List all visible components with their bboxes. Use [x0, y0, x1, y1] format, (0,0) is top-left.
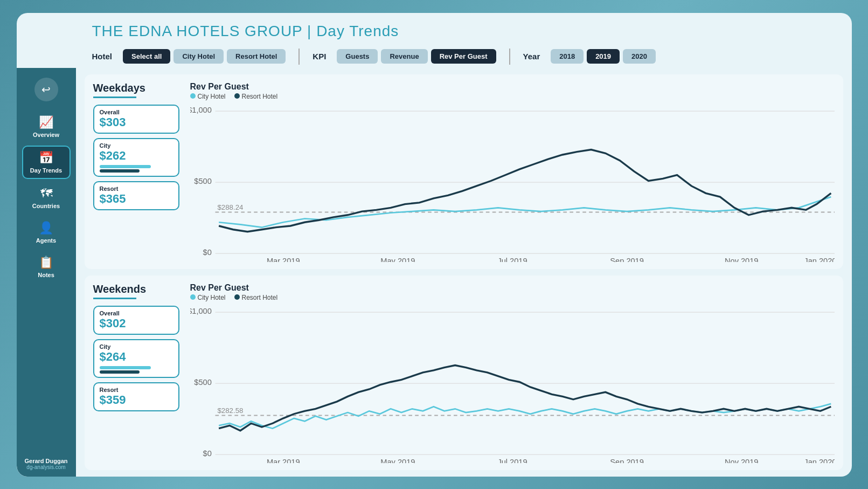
weekends-chart-title: Rev Per Guest [190, 283, 835, 293]
weekdays-title: Weekdays [93, 82, 179, 94]
weekends-overall-card: Overall $302 [93, 306, 179, 335]
sidebar-label-day-trends: Day Trends [30, 167, 62, 174]
svg-text:$1,000: $1,000 [190, 306, 212, 315]
weekdays-legend: City Hotel Resort Hotel [190, 93, 835, 100]
sidebar-label-countries: Countries [32, 203, 60, 209]
svg-text:May 2019: May 2019 [380, 256, 415, 261]
weekends-svg: $1,000 $500 $0 $282.58 [190, 304, 835, 463]
outer-container: THE EDNA HOTELS GROUP | Day Trends Hotel… [0, 0, 868, 489]
sidebar-label-notes: Notes [38, 272, 54, 278]
svg-text:Jan 2020: Jan 2020 [804, 457, 835, 463]
sidebar-footer: Gerard Duggan dg-analysis.com [24, 458, 67, 470]
svg-text:$282.58: $282.58 [217, 407, 243, 415]
weekends-title: Weekends [93, 283, 179, 295]
weekends-panel: Weekends Overall $302 City $264 [85, 276, 843, 470]
svg-text:Sep 2019: Sep 2019 [610, 256, 644, 261]
weekends-legend: City Hotel Resort Hotel [190, 294, 835, 301]
weekends-resort-value: $359 [100, 393, 173, 407]
day-trends-icon: 📅 [39, 151, 53, 165]
weekdays-city-label: City [100, 142, 173, 149]
agents-icon: 👤 [39, 221, 53, 235]
kpi-filter-label: KPI [313, 52, 326, 61]
overview-icon: 📈 [39, 115, 53, 129]
year-2018-button[interactable]: 2018 [551, 49, 584, 64]
weekends-city-bar2 [100, 370, 140, 374]
kpi-rev-per-guest-button[interactable]: Rev Per Guest [431, 49, 496, 64]
weekdays-resort-card: Resort $365 [93, 181, 179, 210]
weekdays-overall-value: $303 [100, 115, 173, 129]
sidebar-item-day-trends[interactable]: 📅 Day Trends [22, 146, 71, 179]
weekends-city-label: City [100, 343, 173, 350]
svg-text:Nov 2019: Nov 2019 [724, 256, 758, 261]
svg-text:$1,000: $1,000 [190, 105, 212, 114]
sidebar-label-overview: Overview [33, 132, 59, 138]
notes-icon: 📋 [39, 256, 53, 270]
sidebar-item-notes[interactable]: 📋 Notes [22, 251, 71, 283]
kpi-guests-button[interactable]: Guests [337, 49, 378, 64]
weekdays-city-bar [100, 165, 151, 168]
page-title: THE EDNA HOTELS GROUP | Day Trends [17, 13, 852, 45]
weekends-city-dot [190, 294, 196, 300]
weekdays-city-card: City $262 [93, 138, 179, 177]
weekends-resort-dot [234, 294, 240, 300]
filter-bar: Hotel Select all City Hotel Resort Hotel… [17, 45, 852, 68]
sidebar: ↩ 📈 Overview 📅 Day Trends 🗺 Countries 👤 [17, 68, 76, 477]
weekdays-overall-label: Overall [100, 109, 173, 115]
weekdays-resort-value: $365 [100, 192, 173, 206]
svg-text:$500: $500 [194, 377, 211, 386]
back-icon: ↩ [41, 83, 51, 96]
hotel-city-button[interactable]: City Hotel [173, 49, 224, 64]
hotel-resort-button[interactable]: Resort Hotel [227, 49, 286, 64]
svg-text:Nov 2019: Nov 2019 [724, 457, 758, 463]
weekdays-city-dot [190, 93, 196, 99]
year-2020-button[interactable]: 2020 [623, 49, 656, 64]
weekdays-panel: Weekdays Overall $303 City $262 [85, 74, 843, 269]
svg-text:Mar 2019: Mar 2019 [266, 256, 300, 261]
weekdays-right: Rev Per Guest City Hotel Resort Hotel $1… [179, 82, 835, 261]
svg-text:Mar 2019: Mar 2019 [266, 457, 300, 463]
weekdays-chart-container: $1,000 $500 $0 $288.24 [190, 102, 835, 262]
year-2019-button[interactable]: 2019 [587, 49, 620, 64]
weekdays-overall-card: Overall $303 [93, 105, 179, 134]
weekdays-resort-dot [234, 93, 240, 99]
weekdays-resort-label: Resort [100, 185, 173, 192]
svg-text:Jul 2019: Jul 2019 [497, 457, 527, 463]
svg-text:$0: $0 [203, 247, 211, 256]
title-light: | Day Trends [302, 23, 399, 39]
footer-url: dg-analysis.com [24, 464, 67, 470]
sidebar-item-countries[interactable]: 🗺 Countries [22, 182, 71, 213]
sidebar-item-overview[interactable]: 📈 Overview [22, 111, 71, 142]
weekdays-city-value: $262 [100, 149, 173, 163]
weekdays-city-bar2 [100, 169, 140, 173]
weekends-resort-card: Resort $359 [93, 382, 179, 411]
svg-text:Jul 2019: Jul 2019 [497, 256, 527, 261]
weekends-overall-label: Overall [100, 310, 173, 316]
weekends-city-value: $264 [100, 350, 173, 364]
weekends-resort-label: Resort [100, 387, 173, 393]
divider-1 [298, 49, 300, 65]
weekends-legend-resort: Resort Hotel [234, 294, 278, 301]
svg-text:$500: $500 [194, 176, 211, 185]
hotel-select-all-button[interactable]: Select all [123, 49, 170, 64]
year-filter-group: 2018 2019 2020 [551, 49, 656, 64]
weekdays-chart-title: Rev Per Guest [190, 82, 835, 92]
kpi-revenue-button[interactable]: Revenue [381, 49, 427, 64]
divider-2 [509, 49, 510, 65]
svg-text:$0: $0 [203, 449, 211, 457]
weekends-right: Rev Per Guest City Hotel Resort Hotel $1… [179, 283, 835, 463]
content-area: ↩ 📈 Overview 📅 Day Trends 🗺 Countries 👤 [17, 68, 852, 477]
weekdays-underline [93, 97, 136, 98]
sidebar-item-agents[interactable]: 👤 Agents [22, 217, 71, 248]
title-bold: THE EDNA HOTELS GROUP [92, 23, 303, 39]
countries-icon: 🗺 [40, 187, 52, 201]
hotel-filter-group: Select all City Hotel Resort Hotel [123, 49, 286, 64]
hotel-filter-label: Hotel [92, 52, 113, 61]
back-button[interactable]: ↩ [34, 78, 58, 101]
footer-name: Gerard Duggan [24, 458, 67, 464]
svg-text:Jan 2020: Jan 2020 [804, 256, 835, 261]
weekends-underline [93, 298, 136, 299]
weekends-city-card: City $264 [93, 339, 179, 378]
main-card: THE EDNA HOTELS GROUP | Day Trends Hotel… [17, 13, 852, 477]
weekdays-legend-resort: Resort Hotel [234, 93, 278, 100]
svg-text:May 2019: May 2019 [380, 457, 415, 463]
